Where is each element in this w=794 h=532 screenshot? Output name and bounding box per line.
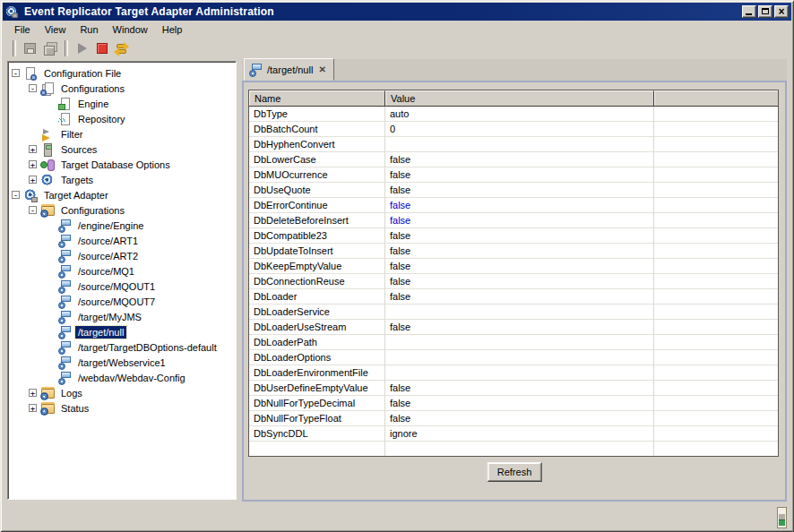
- expander-icon[interactable]: -: [29, 206, 37, 214]
- property-row[interactable]: DbDeleteBeforeInsert false: [249, 213, 778, 228]
- tree-item[interactable]: + Logs: [8, 385, 236, 400]
- menu-run[interactable]: Run: [73, 22, 105, 37]
- tree-item[interactable]: /target/Webservice1: [8, 355, 236, 370]
- stop-button[interactable]: [92, 39, 112, 58]
- property-row[interactable]: DbUseQuote false: [249, 183, 778, 198]
- save-button[interactable]: [21, 39, 40, 58]
- configurations-icon: [40, 82, 55, 96]
- property-row[interactable]: DbHyphenConvert: [249, 137, 778, 152]
- tree-item[interactable]: Engine: [8, 96, 236, 111]
- tree-item[interactable]: /target/null: [8, 324, 236, 339]
- property-row[interactable]: DbLoaderEnvironmentFile: [249, 365, 778, 381]
- config-tree[interactable]: - Configuration File - Configurations En…: [7, 61, 237, 500]
- expander-icon[interactable]: +: [29, 176, 37, 184]
- tree-item[interactable]: /target/MyJMS: [8, 309, 236, 324]
- expander-icon[interactable]: +: [29, 404, 37, 412]
- close-button[interactable]: ×: [774, 5, 789, 18]
- properties-table: Name Value DbType auto DbBatchCount 0 Db…: [248, 90, 779, 457]
- tree-item-label: Configuration File: [41, 67, 124, 80]
- property-row[interactable]: DbLoaderOptions: [249, 350, 778, 365]
- menu-window[interactable]: Window: [106, 22, 155, 37]
- menu-view[interactable]: View: [38, 22, 73, 37]
- property-row[interactable]: DbUpdateToInsert false: [249, 244, 778, 259]
- tree-item[interactable]: - Configuration File: [8, 65, 236, 81]
- save-all-button[interactable]: [40, 39, 60, 58]
- property-name-cell: DbLowerCase: [249, 152, 385, 167]
- property-value-cell: false: [385, 411, 654, 426]
- expander-icon[interactable]: -: [12, 69, 20, 77]
- property-name-cell: DbCompatible23: [249, 228, 385, 244]
- tree-item[interactable]: + Targets: [8, 172, 236, 187]
- property-row[interactable]: DbErrorContinue false: [249, 198, 778, 213]
- refresh-button[interactable]: Refresh: [488, 462, 542, 482]
- menu-file[interactable]: File: [7, 22, 38, 37]
- property-row[interactable]: DbKeepEmptyValue false: [249, 259, 778, 274]
- menu-help[interactable]: Help: [155, 22, 190, 37]
- config-folder-icon: [40, 203, 55, 218]
- property-row[interactable]: DbMUOcurrence false: [249, 167, 778, 183]
- property-row[interactable]: DbConnectionReuse false: [249, 274, 778, 289]
- property-row[interactable]: DbUserDefineEmptyValue false: [249, 381, 778, 396]
- tree-item[interactable]: /target/TargetDBOptions-default: [8, 339, 236, 355]
- tree-item[interactable]: /source/ART2: [8, 248, 236, 263]
- tree-item[interactable]: /source/MQ1: [8, 263, 236, 279]
- column-header-value[interactable]: Value: [385, 90, 654, 106]
- tree-item[interactable]: + Sources: [8, 142, 236, 157]
- maximize-button[interactable]: [758, 5, 772, 18]
- table-header: Name Value: [249, 90, 778, 107]
- tree-item[interactable]: - Configurations: [8, 81, 236, 96]
- tree-item[interactable]: - Target Adapter: [8, 187, 236, 202]
- tree-item-label: /target/TargetDBOptions-default: [75, 341, 220, 354]
- tree-item[interactable]: Filter: [8, 126, 236, 142]
- tree-item-label: /target/null: [75, 326, 126, 339]
- property-row[interactable]: DbType auto: [249, 107, 778, 122]
- property-value-cell: ignore: [385, 426, 654, 442]
- status-bar: [3, 504, 791, 529]
- property-row[interactable]: DbNullForTypeDecimal false: [249, 396, 778, 411]
- tab-close-icon[interactable]: ✕: [317, 64, 326, 74]
- expander-icon[interactable]: -: [29, 84, 37, 92]
- property-name-cell: DbUseQuote: [249, 183, 385, 198]
- property-name-cell: DbSyncDDL: [249, 426, 385, 442]
- column-header-name[interactable]: Name: [249, 90, 385, 106]
- property-row[interactable]: DbLoaderUseStream false: [249, 320, 778, 335]
- tree-item[interactable]: /source/MQOUT7: [8, 294, 236, 309]
- tree-item-label: Configurations: [58, 82, 127, 95]
- minimize-button[interactable]: [742, 5, 756, 18]
- run-button[interactable]: [73, 39, 92, 58]
- expander-icon[interactable]: +: [29, 145, 37, 153]
- expander-icon[interactable]: +: [29, 160, 37, 168]
- property-row[interactable]: DbLoaderPath: [249, 335, 778, 350]
- tab-target-null[interactable]: /target/null ✕: [244, 58, 334, 81]
- property-row[interactable]: DbBatchCount 0: [249, 122, 778, 137]
- property-value-cell: false: [385, 198, 654, 213]
- property-value-cell: [385, 305, 654, 320]
- tree-item[interactable]: Repository: [8, 111, 236, 126]
- tree-item-label: Status: [58, 402, 91, 415]
- title-bar[interactable]: Event Replicator Target Adapter Administ…: [3, 3, 791, 21]
- editor-tab-bar: /target/null ✕: [242, 59, 787, 82]
- property-row[interactable]: DbNullForTypeFloat false: [249, 411, 778, 426]
- expander-icon[interactable]: -: [12, 191, 20, 199]
- expander-icon[interactable]: +: [29, 389, 37, 397]
- tree-item-label: /target/MyJMS: [75, 311, 144, 323]
- tree-item-label: /source/ART2: [75, 250, 141, 262]
- refresh-toolbar-button[interactable]: [112, 39, 132, 58]
- tree-item[interactable]: - Configurations: [8, 202, 236, 218]
- tree-item[interactable]: /engine/Engine: [8, 218, 236, 233]
- tree-item[interactable]: + Status: [8, 400, 236, 416]
- tree-item[interactable]: + Target Database Options: [8, 157, 236, 172]
- tree-item[interactable]: /source/ART1: [8, 233, 236, 248]
- property-row[interactable]: DbCompatible23 false: [249, 228, 778, 244]
- property-row[interactable]: DbLowerCase false: [249, 152, 778, 167]
- property-name-cell: DbLoader: [249, 289, 385, 305]
- tree-item[interactable]: /source/MQOUT1: [8, 279, 236, 294]
- property-row[interactable]: DbSyncDDL ignore: [249, 426, 778, 442]
- adapter-config-icon: [57, 371, 72, 385]
- property-name-cell: DbLoaderOptions: [249, 350, 385, 365]
- property-row[interactable]: DbLoader false: [249, 289, 778, 305]
- property-row[interactable]: DbLoaderService: [249, 305, 778, 320]
- property-name-cell: DbMUOcurrence: [249, 167, 385, 183]
- column-header-extra[interactable]: [654, 90, 778, 106]
- tree-item[interactable]: /webdav/Webdav-Config: [8, 370, 236, 385]
